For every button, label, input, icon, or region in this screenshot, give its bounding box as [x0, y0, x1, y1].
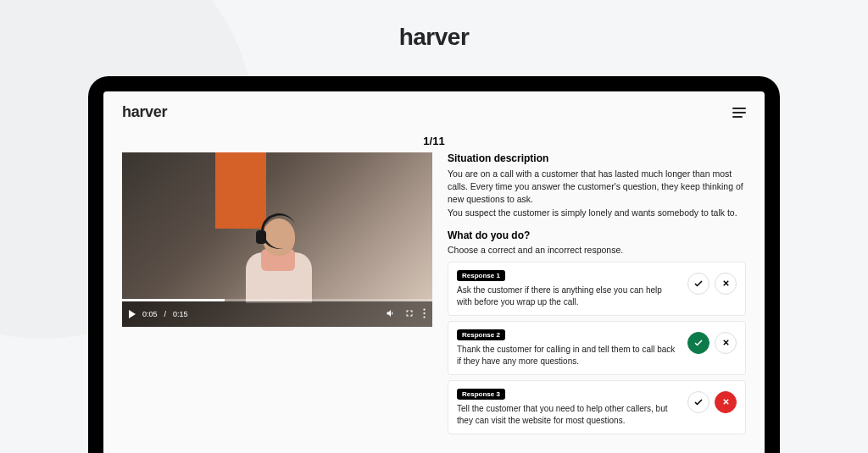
mark-correct-button[interactable]: [687, 273, 709, 295]
response-badge: Response 2: [457, 329, 505, 340]
device-frame: harver 1/11: [88, 76, 780, 453]
svg-point-1: [423, 312, 425, 314]
app-screen: harver 1/11: [103, 91, 765, 453]
video-panel: 0:05 / 0:15: [122, 152, 432, 439]
response-card: Response 3 Tell the customer that you ne…: [448, 380, 746, 434]
video-controls: 0:05 / 0:15: [122, 301, 432, 327]
response-text: Ask the customer if there is anything el…: [457, 285, 679, 308]
svg-point-2: [423, 316, 425, 318]
progress-counter: 1/11: [103, 135, 765, 147]
situation-title: Situation description: [448, 152, 746, 164]
response-badge: Response 1: [457, 270, 505, 281]
video-current-time: 0:05: [142, 310, 158, 318]
mark-incorrect-button[interactable]: [715, 332, 737, 354]
response-text: Thank the customer for calling in and te…: [457, 344, 679, 367]
app-header: harver: [103, 91, 765, 126]
svg-point-0: [423, 308, 425, 310]
video-duration: 0:15: [173, 310, 188, 318]
more-options-icon[interactable]: [423, 308, 426, 320]
video-player[interactable]: 0:05 / 0:15: [122, 152, 432, 327]
hamburger-menu-icon[interactable]: [732, 108, 746, 118]
mark-incorrect-button[interactable]: [715, 391, 737, 413]
play-icon[interactable]: [129, 310, 136, 318]
volume-icon[interactable]: [386, 308, 396, 320]
mark-correct-button[interactable]: [687, 391, 709, 413]
mark-correct-button[interactable]: [687, 332, 709, 354]
main-content: 0:05 / 0:15: [103, 147, 765, 453]
fullscreen-icon[interactable]: [404, 308, 415, 320]
response-badge: Response 3: [457, 389, 505, 400]
question-instruction: Choose a correct and an incorrect respon…: [448, 245, 746, 255]
app-logo: harver: [122, 103, 167, 121]
question-panel: Situation description You are on a call …: [448, 152, 746, 439]
response-text: Tell the customer that you need to help …: [457, 403, 679, 427]
mark-incorrect-button[interactable]: [715, 273, 737, 295]
situation-description: You are on a call with a customer that h…: [448, 168, 746, 219]
question-title: What do you do?: [448, 229, 746, 241]
time-separator: /: [164, 310, 167, 318]
response-card: Response 1 Ask the customer if there is …: [448, 262, 746, 316]
response-card: Response 2 Thank the customer for callin…: [448, 321, 746, 375]
